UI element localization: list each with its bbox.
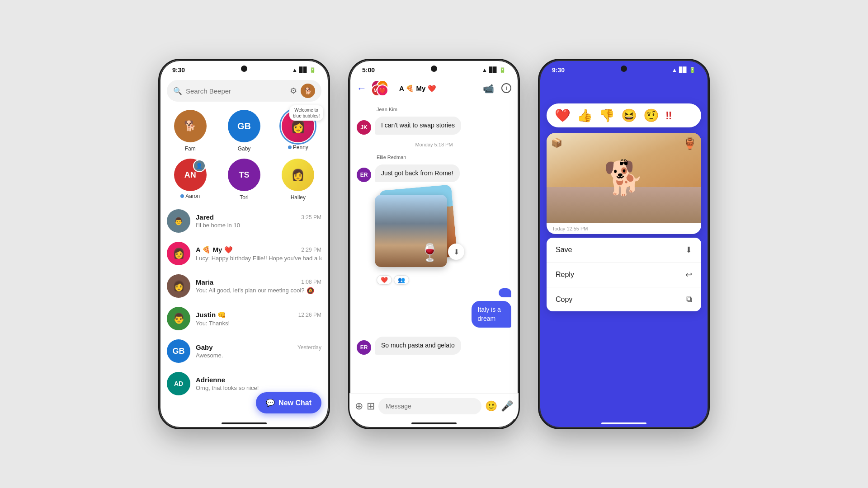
context-menu: Save ⬇ Reply ↩ Copy ⧉ [547, 238, 701, 311]
bubble-pasta: So much pasta and gelato [375, 337, 461, 355]
context-menu-copy[interactable]: Copy ⧉ [547, 287, 701, 311]
context-menu-save[interactable]: Save ⬇ [547, 238, 701, 263]
story-item-penny[interactable]: Welcome toblue bubbles! 👩 Penny [282, 110, 314, 152]
status-icons-3: ▲ ▊▊ 🔋 [672, 67, 696, 73]
status-time-3: 9:30 [552, 66, 565, 74]
add-icon[interactable]: ⊕ [355, 400, 363, 412]
msg-row-outgoing-2: Italy is a dream [357, 301, 511, 328]
chat-preview-justin: You: Thanks! [196, 320, 321, 327]
story-item-tori[interactable]: TS Tori [228, 159, 260, 201]
context-copy-label: Copy [556, 296, 572, 304]
wifi-icon-2: ▲ [482, 67, 487, 73]
emoji-icon[interactable]: 🙂 [485, 400, 497, 412]
chat-item-justin[interactable]: 👨 Justin 👊 12:26 PM You: Thanks! [160, 302, 329, 335]
context-menu-reply[interactable]: Reply ↩ [547, 263, 701, 287]
phone-2: 5:00 ▲ ▊▊ 🔋 ← A 🍕 My ❤️ A 🍕 My ❤️ 📹 i Je… [348, 59, 520, 429]
dog-photo: 🐕 🕶 🏺 📦 [547, 133, 701, 223]
reaction-emoji-bar: ❤️ 👍 👎 😆 🤨 ‼️ [547, 103, 701, 127]
info-icon[interactable]: i [501, 83, 511, 93]
battery-icon-2: 🔋 [499, 67, 506, 73]
chat-info-gaby2: Gaby Yesterday Awesome. [196, 343, 321, 359]
phone-1: 9:30 ▲ ▊▊ 🔋 🔍 ⚙ 🐕 🐕 Fam GB [158, 59, 330, 429]
react-thumbsdown[interactable]: 👎 [599, 108, 615, 123]
aaron-online-dot [180, 194, 184, 198]
story-item-gaby[interactable]: GB Gaby [228, 110, 260, 152]
settings-icon[interactable]: ⚙ [290, 86, 297, 96]
chat-info-group1: A 🍕 My ❤️ 2:29 PM Lucy: Happy birthday E… [196, 246, 321, 262]
chat-preview-gaby2: Awesome. [196, 352, 321, 359]
bubble-outgoing-1 [499, 288, 511, 297]
battery-icon-3: 🔋 [689, 67, 696, 73]
group-avatars: A 🍕 My ❤️ [371, 80, 395, 97]
chat-item-jared[interactable]: 👨 Jared 3:25 PM I'll be home in 10 [160, 205, 329, 237]
chat-avatar-jared: 👨 [167, 209, 190, 233]
chat-avatar-gaby2: GB [167, 339, 190, 363]
bubble-2: Just got back from Rome! [375, 164, 460, 183]
status-icons-1: ▲ ▊▊ 🔋 [292, 67, 316, 73]
sticker-icon[interactable]: ⊞ [367, 400, 375, 412]
react-skeptical[interactable]: 🤨 [643, 108, 659, 123]
chat-item-gaby2[interactable]: GB Gaby Yesterday Awesome. [160, 335, 329, 367]
chat-name-jared: Jared [196, 213, 214, 221]
new-chat-icon: 💬 [266, 399, 275, 407]
stories-row-1: 🐕 Fam GB Gaby Welcome toblue bubbles! 👩 … [160, 105, 329, 157]
chat-info-adrienne: Adrienne Omg, that looks so nice! [196, 376, 321, 391]
chat-info-maria: Maria 1:08 PM You: All good, let's plan … [196, 278, 321, 294]
reaction-users[interactable]: 👥 [394, 275, 409, 285]
phone1-content: 🔍 ⚙ 🐕 🐕 Fam GB Gaby Welcome toblue bubbl… [160, 76, 329, 424]
chat-name-maria: Maria [196, 278, 213, 286]
chat-preview-maria: You: All good, let's plan our meeting co… [196, 287, 321, 294]
story-avatar-fam: 🐕 [174, 110, 207, 142]
story-item-fam[interactable]: 🐕 Fam [174, 110, 207, 152]
msg-row-images: ER [357, 188, 511, 285]
search-input[interactable] [186, 87, 286, 95]
react-thumbsup[interactable]: 👍 [577, 108, 593, 123]
react-exclaim[interactable]: ‼️ [665, 109, 672, 122]
profile-avatar[interactable]: 🐕 [301, 84, 315, 98]
chat-time-justin: 12:26 PM [298, 312, 321, 318]
status-icons-2: ▲ ▊▊ 🔋 [482, 67, 506, 73]
wine-glass-emoji: 🍷 [419, 243, 440, 263]
chat-item-maria[interactable]: 👩 Maria 1:08 PM You: All good, let's pla… [160, 270, 329, 302]
chat-info-justin: Justin 👊 12:26 PM You: Thanks! [196, 311, 321, 327]
story-avatar-gaby: GB [228, 110, 260, 142]
story-label-fam: Fam [185, 145, 196, 152]
story-item-aaron[interactable]: AN 👤 Aaron [174, 159, 207, 201]
shelf-items: 🏺 [683, 137, 697, 150]
chat-item-group1[interactable]: 👩 A 🍕 My ❤️ 2:29 PM Lucy: Happy birthday… [160, 237, 329, 270]
chat-time-gaby2: Yesterday [297, 344, 321, 351]
shelf-items2: 📦 [551, 137, 562, 148]
mute-icon-maria: 🔕 [307, 287, 314, 294]
story-avatar-hailey: 👩 [282, 159, 314, 191]
back-button[interactable]: ← [357, 83, 367, 94]
react-heart[interactable]: ❤️ [555, 108, 571, 123]
react-laugh[interactable]: 😆 [621, 108, 637, 123]
message-input[interactable] [378, 398, 481, 414]
phone-notch-3 [621, 66, 627, 72]
chat-name-row-gaby2: Gaby Yesterday [196, 343, 321, 351]
chat-avatar-wrap-group1: 👩 [167, 242, 190, 265]
story-label-gaby: Gaby [238, 145, 251, 152]
video-call-icon[interactable]: 📹 [483, 83, 494, 94]
msg-row-pasta: ER So much pasta and gelato [357, 337, 511, 355]
chat-info-jared: Jared 3:25 PM I'll be home in 10 [196, 213, 321, 229]
reaction-heart[interactable]: ❤️ [377, 275, 392, 285]
context-reply-label: Reply [556, 271, 574, 279]
msg-avatar-ellie: ER [357, 168, 371, 182]
chat-header-title: A 🍕 My ❤️ [399, 84, 478, 93]
mic-icon[interactable]: 🎤 [501, 400, 513, 412]
bubble-outgoing-2: Italy is a dream [472, 301, 512, 328]
download-button[interactable]: ⬇ [448, 244, 464, 260]
search-bar[interactable]: 🔍 ⚙ 🐕 [167, 80, 321, 102]
chat-avatar-wrap-adrienne: AD [167, 372, 190, 395]
message-input-row: ⊕ ⊞ 🙂 🎤 [349, 393, 519, 419]
wine-bg: 🍷 [375, 195, 447, 267]
chat-name-justin: Justin 👊 [196, 311, 226, 319]
msg-sender-name-jeank: Jean Kim [377, 107, 511, 112]
stories-row-2: AN 👤 Aaron TS Tori 👩 Hailey [160, 157, 329, 205]
chat-name-row-group1: A 🍕 My ❤️ 2:29 PM [196, 246, 321, 254]
story-item-hailey[interactable]: 👩 Hailey [282, 159, 314, 201]
chat-name-adrienne: Adrienne [196, 376, 225, 384]
msg-avatar-jeank: JK [357, 120, 371, 135]
new-chat-button[interactable]: 💬 New Chat [256, 392, 321, 413]
